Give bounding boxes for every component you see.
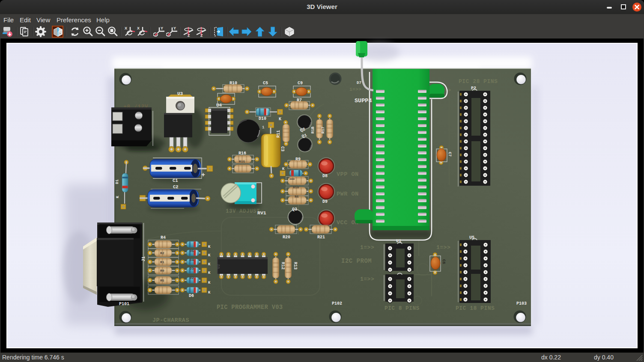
svg-text:C7: C7 [447,152,452,157]
svg-text:D9: D9 [322,199,328,204]
svg-text:B18: B18 [293,185,299,189]
svg-text:K: K [279,117,281,122]
svg-text:VCC ON: VCC ON [337,220,359,226]
svg-text:R2: R2 [160,251,164,255]
svg-text:K: K [208,271,211,275]
svg-text:U5: U5 [469,235,474,240]
svg-text:PIC 8 PINS: PIC 8 PINS [385,305,420,312]
svg-text:1=>>: 1=>> [360,244,374,251]
svg-text:K: K [282,167,285,171]
svg-text:RV1: RV1 [257,210,266,216]
svg-text:1=>>: 1=>> [349,87,361,92]
svg-text:VPP ON: VPP ON [337,171,359,178]
svg-text:PWR ON: PWR ON [337,191,359,197]
svg-text:P102: P102 [332,301,342,306]
svg-text:JP-CHARRAS: JP-CHARRAS [152,317,189,323]
svg-text:K: K [208,281,211,285]
svg-text:C2: C2 [173,184,179,190]
svg-text:C1: C1 [173,178,178,183]
svg-text:K: K [208,253,211,258]
svg-text:C9: C9 [298,81,303,86]
svg-text:R1: R1 [160,260,164,264]
svg-text:D10: D10 [259,116,266,121]
svg-text:D8: D8 [322,174,328,178]
svg-text:D5: D5 [190,249,194,253]
svg-text:R4: R4 [161,235,166,240]
svg-text:R0: R0 [160,269,164,273]
svg-text:SUPP4: SUPP4 [355,98,372,104]
svg-text:C6: C6 [441,259,446,264]
svg-text:Q3: Q3 [292,207,297,212]
svg-text:D1: D1 [115,179,119,184]
svg-text:R20: R20 [283,235,290,240]
svg-text:D6: D6 [189,294,194,298]
svg-text:P101: P101 [119,302,129,306]
svg-text:I2C PROM: I2C PROM [341,258,372,264]
svg-text:C3: C3 [280,146,285,151]
svg-text:K: K [116,196,120,198]
svg-text:PIC 28 PINS: PIC 28 PINS [459,78,498,85]
svg-text:R7: R7 [297,98,302,103]
svg-text:1: 1 [262,125,265,130]
svg-text:R12: R12 [280,262,285,270]
svg-text:K: K [208,291,211,295]
svg-text:1=>>: 1=>> [436,244,450,251]
svg-text:R10: R10 [230,81,237,86]
svg-text:PIC 18 PINS: PIC 18 PINS [456,305,495,312]
svg-text:U1: U1 [396,239,401,243]
svg-text:1=>>: 1=>> [360,276,374,282]
svg-text:P2: P2 [471,86,476,91]
svg-text:R6: R6 [295,195,299,199]
svg-text:R5: R5 [160,279,164,282]
svg-text:K: K [208,245,211,249]
svg-text:C5: C5 [263,81,268,86]
svg-text:R13: R13 [293,262,298,270]
svg-text:PIC PROGRAMMER V03: PIC PROGRAMMER V03 [217,304,283,311]
svg-text:U2: U2 [217,264,221,269]
svg-text:R9: R9 [295,157,301,162]
svg-text:U3: U3 [177,91,183,96]
svg-text:D7: D7 [357,81,361,85]
svg-text:R1B: R1B [311,126,315,134]
svg-text:+: + [201,172,205,179]
svg-text:R15: R15 [239,160,245,163]
svg-text:J1: J1 [141,256,146,261]
svg-text:D3: D3 [190,267,194,270]
svg-text:U4: U4 [216,103,222,108]
svg-text:P103: P103 [516,301,527,306]
svg-text:D2: D2 [190,276,194,280]
svg-text:R17: R17 [321,127,325,134]
svg-text:R11: R11 [276,130,281,138]
svg-text:K: K [208,262,211,267]
svg-text:R21: R21 [317,235,325,240]
svg-text:D4: D4 [190,258,194,262]
